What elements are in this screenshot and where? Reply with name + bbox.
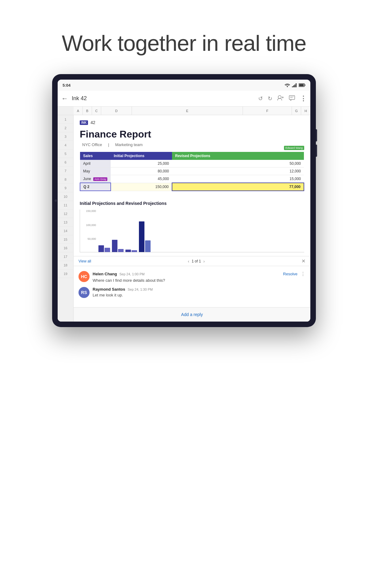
more-button[interactable]: ⋮ (300, 95, 307, 103)
app-toolbar: ← Ink 42 ↺ ↻ (58, 91, 310, 107)
finance-subtitle: NYC Office | Marketing team (80, 142, 304, 147)
svg-rect-0 (292, 86, 293, 87)
row-num-8: 8 (58, 175, 73, 184)
cell-april-label: April (80, 160, 111, 168)
ink-logo-row: INK 42 (80, 120, 304, 125)
table-row-june: June Ann Gray 45,000 15,000 (80, 175, 304, 183)
undo-button[interactable]: ↺ (258, 95, 263, 102)
table-header-row: Sales Initial Projections Revised Projec… (80, 152, 304, 160)
comment-more-button[interactable]: ⋮ (301, 271, 305, 277)
back-button[interactable]: ← (61, 95, 68, 103)
row-numbers: 1 2 3 4 5 6 7 8 9 10 11 12 13 14 15 16 1… (58, 115, 74, 322)
avatar-raymond: RS (79, 287, 90, 298)
comment-body-helen: Helen Chang Sep 24, 1:00 PM Resolve ⋮ Wh… (93, 271, 305, 283)
table-row-may: May 80,000 12,000 (80, 168, 304, 175)
finance-table: Sales Initial Projections Revised Projec… (80, 152, 304, 191)
bar-1-revised (105, 248, 110, 252)
cell-april-initial: 25,000 (111, 160, 172, 168)
row-num-2: 2 (58, 124, 73, 132)
comment-text-raymond: Let me look it up. (93, 293, 305, 297)
comment-item-raymond: RS Raymond Santos Sep 24, 1:30 PM Let me… (79, 287, 305, 298)
table-row-april: April 25,000 50,000 (80, 160, 304, 168)
bar-group-3 (125, 250, 137, 252)
add-person-button[interactable] (277, 95, 284, 102)
y-label-50k: 50,000 (80, 237, 96, 240)
signal-icon (292, 83, 297, 87)
prev-page-button[interactable]: ‹ (188, 259, 189, 264)
row-num-9: 9 (58, 184, 73, 192)
bar-group-1 (98, 245, 110, 252)
comment-time-raymond: Sep 24, 1:30 PM (128, 288, 153, 291)
tablet-device: 5:04 (52, 74, 316, 327)
wifi-icon (285, 83, 290, 87)
bar-3-revised (132, 250, 137, 252)
doc-main-cell: INK 42 Finance Report NYC Office | Marke… (74, 115, 310, 201)
cell-q2-initial: 150,000 (111, 183, 172, 191)
bar-2-revised (118, 249, 124, 252)
finance-title: Finance Report (80, 129, 304, 140)
comment-header-helen: Helen Chang Sep 24, 1:00 PM Resolve ⋮ (93, 271, 305, 277)
bar-1-initial (98, 245, 104, 252)
row-num-17: 17 (58, 252, 73, 261)
chart-title: Initial Projections and Revised Projecti… (80, 201, 304, 206)
subtitle-office: NYC Office (82, 142, 102, 147)
tablet-camera (55, 199, 57, 202)
pagination-nav: ‹ 1 of 1 › (188, 259, 205, 264)
y-label-150k: 150,000 (80, 209, 96, 213)
col-header-g: G (292, 107, 301, 115)
cell-may-revised: 12,000 (172, 168, 304, 175)
pagination-row: View all ‹ 1 of 1 › ✕ (74, 256, 310, 266)
row-num-18: 18 (58, 261, 73, 270)
bar-4-initial (139, 221, 144, 252)
svg-rect-3 (296, 83, 297, 87)
page-info: 1 of 1 (192, 259, 201, 263)
col-header-f: F (243, 107, 292, 115)
row-num-10: 10 (58, 192, 73, 201)
svg-rect-6 (299, 84, 304, 86)
svg-rect-2 (294, 85, 295, 87)
bar-group-2 (112, 240, 124, 252)
svg-rect-5 (305, 85, 305, 86)
tablet-screen: 5:04 (58, 80, 310, 322)
comment-text-helen: Where can I find more details about this… (93, 278, 305, 283)
battery-icon (299, 83, 305, 87)
tablet-side-button-1 (316, 129, 317, 141)
col-header-h: H (301, 107, 310, 115)
resolve-button[interactable]: Resolve (283, 272, 297, 276)
comments-section: HC Helen Chang Sep 24, 1:00 PM Resolve ⋮ (74, 266, 310, 307)
add-reply-bar[interactable]: Add a reply (74, 307, 310, 322)
ink-number: 42 (90, 120, 95, 125)
comment-button[interactable] (289, 95, 295, 102)
chart-y-labels: 150,000 100,000 50,000 (80, 209, 97, 252)
status-icons (285, 83, 305, 87)
status-bar: 5:04 (58, 80, 310, 91)
ink-badge: INK (80, 120, 88, 125)
row-num-14: 14 (58, 227, 73, 235)
subtitle-separator: | (108, 142, 109, 147)
bar-2-initial (112, 240, 117, 252)
cell-may-initial: 80,000 (111, 168, 172, 175)
cell-june-label: June Ann Gray (80, 175, 111, 183)
add-reply-button[interactable]: Add a reply (181, 312, 203, 317)
comment-time-helen: Sep 24, 1:00 PM (119, 272, 144, 276)
sheet-area: 1 2 3 4 5 6 7 8 9 10 11 12 13 14 15 16 1… (58, 115, 310, 322)
bar-3-initial (125, 250, 131, 252)
tablet-side-button-2 (316, 145, 317, 157)
edward-wang-badge: Edward Wang (284, 146, 304, 150)
cell-q2-revised: 77,000 (172, 183, 304, 191)
close-button[interactable]: ✕ (301, 258, 305, 264)
row-num-19: 19 (58, 270, 73, 278)
row-num-5: 5 (58, 149, 73, 158)
col-header-b: B (83, 107, 92, 115)
col-header-sales: Sales (80, 152, 111, 160)
comment-item-helen: HC Helen Chang Sep 24, 1:00 PM Resolve ⋮ (79, 271, 305, 283)
comment-actions-helen: Resolve ⋮ (283, 271, 305, 277)
table-row-q2: Q 2 150,000 77,000 (80, 183, 304, 191)
next-page-button[interactable]: › (203, 259, 205, 264)
view-all-link[interactable]: View all (79, 259, 91, 263)
hero-title: Work together in real time (62, 31, 306, 56)
row-num-3: 3 (58, 132, 73, 141)
cell-q2-label: Q 2 (80, 183, 111, 191)
comment-author-raymond: Raymond Santos (93, 287, 125, 292)
redo-button[interactable]: ↻ (268, 95, 272, 102)
